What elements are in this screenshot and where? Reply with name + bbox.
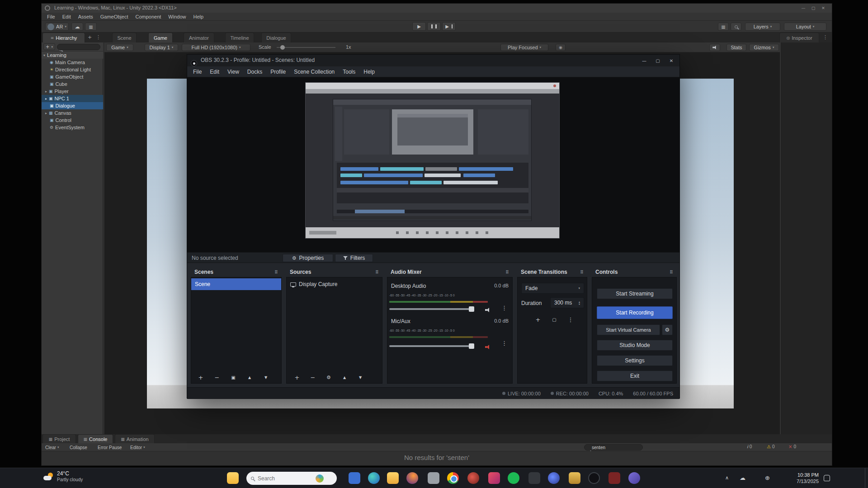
weather-widget[interactable]: 24°C Partly cloudy xyxy=(43,471,83,483)
spinner-arrows[interactable]: ▴ ▾ xyxy=(579,300,580,305)
menu-gameobject[interactable]: GameObject xyxy=(97,13,132,21)
close-icon[interactable]: ✕ xyxy=(665,56,678,65)
tab-inspector[interactable]: ◎ Inspector xyxy=(779,33,819,42)
menu-tools[interactable]: Tools xyxy=(339,66,359,77)
menu-view[interactable]: View xyxy=(223,66,243,77)
layout-dropdown[interactable]: Layout ▾ xyxy=(784,23,826,31)
hierarchy-item-cube[interactable]: ▣ Cube xyxy=(42,80,103,88)
exit-button[interactable]: Exit xyxy=(597,371,673,381)
scenes-dock-header[interactable]: Scenes ⠿ xyxy=(191,267,282,277)
maximize-icon[interactable]: ▢ xyxy=(809,5,817,11)
desktop-audio-slider[interactable] xyxy=(389,308,474,310)
desktop-audio-kebab-icon[interactable]: ⋮ xyxy=(501,305,507,311)
hierarchy-item-player[interactable]: ▸ ▣ Player xyxy=(42,88,103,95)
move-scene-up-icon[interactable]: ▲ xyxy=(245,375,254,380)
gizmos-dropdown[interactable]: Gizmos ▾ xyxy=(749,44,779,51)
resolution-dropdown[interactable]: Full HD (868x488) ▾ xyxy=(182,44,250,51)
minimize-icon[interactable]: — xyxy=(638,56,651,65)
studio-mode-button[interactable]: Studio Mode xyxy=(597,340,673,351)
scene-list-item[interactable]: Scene xyxy=(191,278,281,290)
filters-button[interactable]: Filters xyxy=(335,254,373,262)
menu-docks[interactable]: Docks xyxy=(243,66,266,77)
menu-edit[interactable]: Edit xyxy=(59,13,75,21)
menu-file[interactable]: File xyxy=(43,13,59,21)
tray-network-icon[interactable]: ⊕ xyxy=(765,474,770,481)
tray-cloud-icon[interactable]: ☁ xyxy=(740,474,745,481)
pause-button[interactable] xyxy=(427,22,441,31)
mute-audio-button[interactable] xyxy=(709,44,720,51)
menu-assets[interactable]: Assets xyxy=(75,13,97,21)
foldout-icon[interactable]: ▸ xyxy=(45,97,47,101)
unity-titlebar[interactable]: Learning - Windows, Mac, Linux - Unity 2… xyxy=(42,4,832,13)
file-explorer-icon[interactable] xyxy=(227,472,239,484)
taskbar-search-input[interactable] xyxy=(258,475,312,482)
move-scene-down-icon[interactable]: ▼ xyxy=(261,375,270,380)
scale-slider[interactable] xyxy=(277,47,335,48)
hierarchy-item-main-camera[interactable]: ◉ Main Camera xyxy=(42,59,103,66)
tab-console[interactable]: ▦ Console xyxy=(78,434,113,443)
app-icon-1[interactable] xyxy=(349,472,360,484)
menu-help[interactable]: Help xyxy=(359,66,379,77)
console-clear-button[interactable]: Clear ▾ xyxy=(45,443,59,451)
add-source-icon[interactable]: + xyxy=(292,374,302,381)
close-icon[interactable]: ✕ xyxy=(819,5,827,11)
game-target-dropdown[interactable]: Game ▾ xyxy=(106,44,133,51)
menu-help[interactable]: Help xyxy=(189,13,207,21)
step-button[interactable]: ▶ xyxy=(442,22,456,31)
game-capture-button[interactable]: ◉ xyxy=(556,44,566,51)
app-icon-9[interactable] xyxy=(609,472,620,484)
properties-button[interactable]: ⚙ Properties xyxy=(283,254,333,262)
display-dropdown[interactable]: Display 1 ▾ xyxy=(145,44,178,51)
scale-slider-handle[interactable] xyxy=(280,45,285,50)
tab-game[interactable]: Game xyxy=(148,33,173,42)
mixer-dock-header[interactable]: Audio Mixer ⠿ xyxy=(387,267,513,277)
app-icon-3[interactable] xyxy=(428,472,439,484)
app-icon-8[interactable] xyxy=(569,472,580,484)
mic-aux-slider-handle[interactable] xyxy=(469,343,474,349)
sources-dock-header[interactable]: Sources ⠿ xyxy=(286,267,382,277)
grid-tool-button[interactable]: ▦ xyxy=(85,23,97,31)
chrome-icon[interactable] xyxy=(447,472,459,484)
menu-profile[interactable]: Profile xyxy=(266,66,290,77)
move-source-down-icon[interactable]: ▼ xyxy=(356,375,365,380)
virtual-camera-config-button[interactable]: ⚙ xyxy=(662,324,673,335)
hierarchy-item-control[interactable]: ▣ Control xyxy=(42,117,103,124)
source-list-item[interactable]: Display Capture xyxy=(287,278,382,290)
tab-hierarchy[interactable]: ≡ Hierarchy xyxy=(42,33,85,42)
kebab-icon[interactable]: ⋮ xyxy=(823,34,828,40)
account-button[interactable]: AR ▾ xyxy=(45,23,69,31)
obs-titlebar[interactable]: OBS 30.2.3 - Profile: Untitled - Scenes:… xyxy=(187,55,679,66)
menu-component[interactable]: Component xyxy=(132,13,165,21)
hierarchy-item-gameobject[interactable]: ▣ GameObject xyxy=(42,73,103,80)
tab-animator[interactable]: Animator xyxy=(184,33,214,42)
stats-toggle[interactable]: Stats xyxy=(726,44,746,51)
transition-kebab-icon[interactable]: ⋮ xyxy=(567,316,574,323)
edge-icon[interactable] xyxy=(368,472,380,484)
duration-spinbox[interactable]: 300 ms ▴ ▾ xyxy=(550,297,584,308)
obs-icon[interactable] xyxy=(588,472,600,484)
tab-timeline[interactable]: Timeline xyxy=(225,33,254,42)
mic-aux-slider[interactable] xyxy=(389,345,474,347)
taskbar-search[interactable] xyxy=(246,472,337,485)
console-collapse-toggle[interactable]: Collapse xyxy=(70,443,87,451)
spotify-icon[interactable] xyxy=(508,472,519,484)
spin-down-icon[interactable]: ▾ xyxy=(579,303,580,305)
menu-window[interactable]: Window xyxy=(165,13,189,21)
foldout-icon[interactable]: ▸ xyxy=(45,111,47,115)
transition-select[interactable]: Fade ▾ xyxy=(521,283,584,294)
remove-scene-icon[interactable]: − xyxy=(212,374,222,381)
tab-animation[interactable]: ▦ Animation xyxy=(115,434,155,443)
snap-settings-button[interactable]: ▦ xyxy=(718,23,729,31)
start-recording-button[interactable]: Start Recording xyxy=(597,306,673,319)
source-properties-gear-icon[interactable]: ⚙ xyxy=(324,375,333,380)
menu-edit[interactable]: Edit xyxy=(206,66,223,77)
desktop-audio-slider-handle[interactable] xyxy=(469,306,474,312)
tab-dialogue[interactable]: Dialogue xyxy=(261,33,291,42)
play-button[interactable]: ▶ xyxy=(412,22,426,31)
start-virtual-camera-button[interactable]: Start Virtual Camera xyxy=(597,324,660,335)
foldout-icon[interactable]: ▸ xyxy=(45,89,47,94)
console-editor-dropdown[interactable]: Editor ▾ xyxy=(130,443,145,451)
console-info-count[interactable]: i 0 xyxy=(747,444,752,449)
foldout-open-icon[interactable]: ▾ xyxy=(43,53,45,57)
hierarchy-item-directional-light[interactable]: ☀ Directional Light xyxy=(42,66,103,73)
